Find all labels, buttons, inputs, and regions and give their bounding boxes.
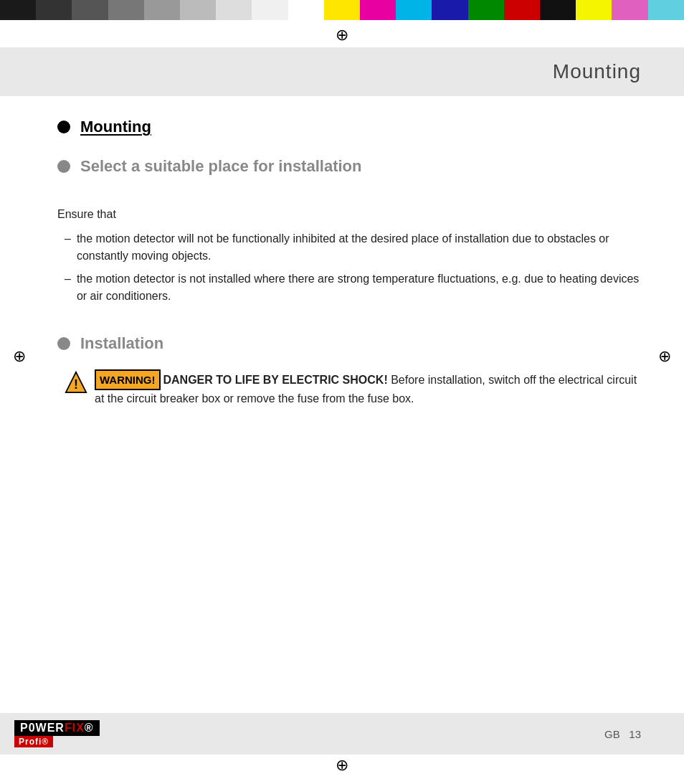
crosshair-icon-top: ⊕ xyxy=(336,26,348,44)
list-item-2-text: the motion detector is not installed whe… xyxy=(77,270,641,305)
bottom-crosshair-area: ⊕ xyxy=(0,746,684,780)
page-number: 13 xyxy=(629,728,641,740)
crosshair-icon-right: ⊕ xyxy=(658,347,671,366)
select-place-heading-text: Select a suitable place for installation xyxy=(80,156,361,177)
brand-power: P0WER xyxy=(20,722,65,734)
color-bar xyxy=(0,0,684,20)
list-item: – the motion detector is not installed w… xyxy=(57,270,641,305)
mounting-heading-text: Mounting xyxy=(80,118,151,136)
warning-label: WARNING! xyxy=(95,369,161,390)
crosshair-icon-left: ⊕ xyxy=(13,347,26,366)
warning-triangle-icon: ! xyxy=(65,371,87,394)
installation-heading: Installation xyxy=(57,334,641,354)
crosshair-icon-bottom: ⊕ xyxy=(336,756,348,775)
mounting-bullet xyxy=(57,121,70,133)
brand-sub-text: Profi xyxy=(19,737,42,747)
select-place-bullet xyxy=(57,160,70,173)
ensure-that-text: Ensure that xyxy=(57,206,641,223)
list-dash-1: – xyxy=(65,230,71,247)
top-crosshair: ⊕ xyxy=(0,20,684,47)
header-band: Mounting xyxy=(0,47,684,96)
brand-fix: FIX xyxy=(65,722,85,734)
main-content: ⊕ ⊕ Mounting Select a suitable place for… xyxy=(0,96,684,684)
brand-main: P0WERFIX® xyxy=(14,720,100,736)
installation-section: Installation ! WARNING!DANGER TO LIFE BY… xyxy=(57,334,641,409)
list-item: – the motion detector will not be functi… xyxy=(57,230,641,265)
list-item-1-text: the motion detector will not be function… xyxy=(77,230,641,265)
warning-text: WARNING!DANGER TO LIFE BY ELECTRIC SHOCK… xyxy=(95,369,641,408)
installation-heading-text: Installation xyxy=(80,334,163,354)
warning-bold-text: DANGER TO LIFE BY ELECTRIC SHOCK! xyxy=(163,374,388,386)
list-dash-2: – xyxy=(65,270,71,288)
page-region: GB xyxy=(604,728,620,740)
page-info: GB 13 xyxy=(604,728,641,740)
svg-text:!: ! xyxy=(74,377,78,392)
mounting-heading: Mounting xyxy=(57,118,641,136)
warning-block: ! WARNING!DANGER TO LIFE BY ELECTRIC SHO… xyxy=(57,369,641,408)
installation-bullet xyxy=(57,337,70,350)
brand-logo: P0WERFIX® Profi® xyxy=(14,720,100,747)
header-title: Mounting xyxy=(553,60,641,83)
select-place-heading: Select a suitable place for installation xyxy=(57,156,641,177)
